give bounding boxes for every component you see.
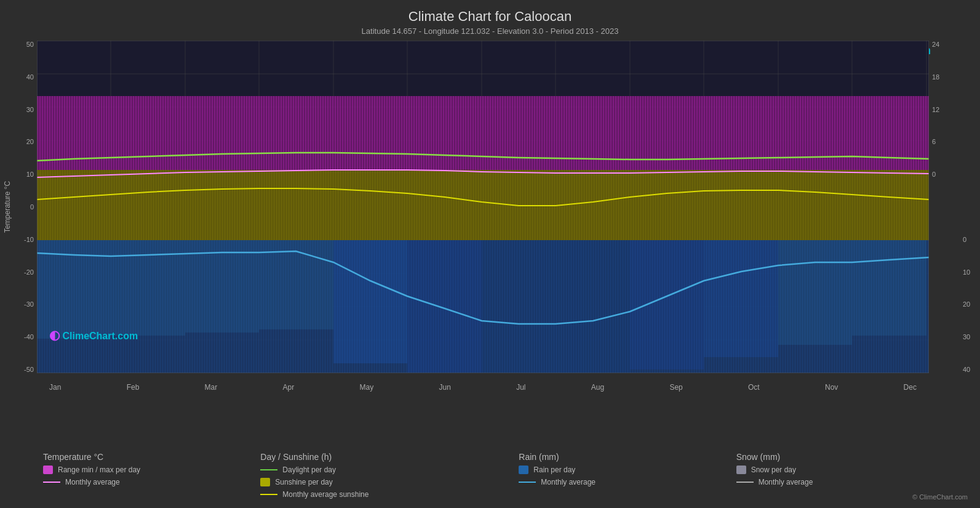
snow-swatch bbox=[736, 466, 746, 474]
legend-item-sunshine-swatch: Sunshine per day bbox=[260, 478, 506, 486]
legend-item-snow-swatch: Snow per day bbox=[736, 466, 941, 474]
legend-item-sunshine-avg: Monthly average sunshine bbox=[260, 490, 506, 499]
copyright: © ClimeChart.com bbox=[912, 493, 968, 501]
y-axis-right1: 24 18 12 6 0 . . . . . . bbox=[932, 41, 963, 373]
chart-container: Climate Chart for Caloocan Latitude 14.6… bbox=[0, 0, 980, 508]
legend-title-rain: Rain (mm) bbox=[519, 452, 723, 462]
chart-subtitle: Latitude 14.657 - Longitude 121.032 - El… bbox=[0, 26, 980, 36]
svg-rect-39 bbox=[37, 170, 929, 240]
sunshine-swatch bbox=[260, 478, 270, 486]
temp-avg-line bbox=[43, 482, 60, 483]
y-label-left: Temperature °C bbox=[3, 181, 12, 233]
legend-col-sunshine: Day / Sunshine (h) Daylight per day Suns… bbox=[254, 452, 512, 499]
legend-item-rain-avg: Monthly average bbox=[519, 478, 723, 486]
legend-title-temp: Temperature °C bbox=[43, 452, 248, 462]
legend-item-temp-range: Range min / max per day bbox=[43, 466, 248, 474]
legend-col-rain: Rain (mm) Rain per day Monthly average bbox=[512, 452, 730, 499]
x-axis: Jan Feb Mar Apr May Jun Jul Aug Sep Oct … bbox=[37, 383, 929, 392]
logo-bottom-left: ◐ ClimeChart.com bbox=[49, 328, 138, 342]
legend-title-snow: Snow (mm) bbox=[736, 452, 941, 462]
y-axis-right2: . . . . . . 0 10 20 30 40 bbox=[963, 41, 980, 373]
sunshine-avg-line bbox=[260, 494, 277, 495]
rain-swatch bbox=[519, 466, 528, 474]
svg-rect-35 bbox=[37, 240, 929, 373]
rain-avg-line bbox=[519, 482, 536, 483]
legend: Temperature °C Range min / max per day M… bbox=[37, 452, 947, 499]
daylight-line bbox=[260, 469, 277, 470]
chart-title: Climate Chart for Caloocan bbox=[0, 9, 980, 25]
legend-col-snow: Snow (mm) Snow per day Monthly average bbox=[730, 452, 947, 499]
legend-item-temp-avg: Monthly average bbox=[43, 478, 248, 486]
chart-svg bbox=[37, 41, 929, 373]
chart-header: Climate Chart for Caloocan Latitude 14.6… bbox=[0, 0, 980, 36]
legend-item-daylight: Daylight per day bbox=[260, 466, 506, 474]
legend-item-snow-avg: Monthly average bbox=[736, 478, 941, 486]
legend-title-sunshine: Day / Sunshine (h) bbox=[260, 452, 506, 462]
legend-item-rain-swatch: Rain per day bbox=[519, 466, 723, 474]
snow-avg-line bbox=[736, 482, 754, 483]
chart-area: 50 40 30 20 10 0 -10 -20 -30 -40 -50 24 … bbox=[37, 41, 929, 373]
legend-col-temperature: Temperature °C Range min / max per day M… bbox=[37, 452, 254, 499]
temp-range-swatch bbox=[43, 466, 53, 474]
